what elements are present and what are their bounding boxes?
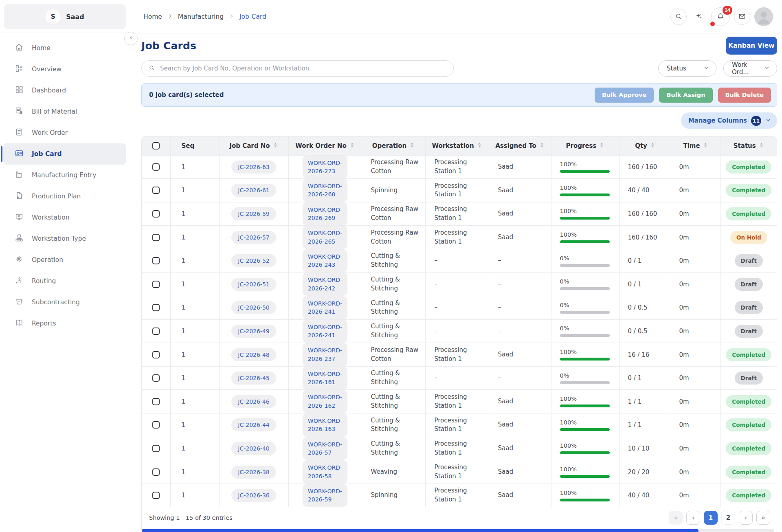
sidebar-item-manufacturing-entry[interactable]: Manufacturing Entry — [3, 165, 126, 186]
job-card-search-input[interactable] — [160, 65, 447, 72]
work-order-link[interactable]: WORK-ORD- 2026-57 — [303, 437, 347, 460]
column-header-qty[interactable]: Qty — [619, 136, 671, 155]
breadcrumb-job-card[interactable]: Job-Card — [239, 13, 266, 20]
job-card-link[interactable]: JC-2026-49 — [231, 325, 276, 338]
work-order-link[interactable]: WORK-ORD- 2026-237 — [303, 343, 347, 366]
row-checkbox[interactable] — [152, 421, 160, 429]
sidebar-item-operation[interactable]: Operation — [3, 249, 126, 270]
progress-cell: 100% — [551, 390, 619, 413]
job-card-link[interactable]: JC-2026-40 — [231, 442, 276, 455]
work-order-link[interactable]: WORK-ORD- 2026-269 — [303, 202, 347, 226]
work-order-link[interactable]: WORK-ORD- 2026-243 — [303, 249, 347, 273]
job-card-link[interactable]: JC-2026-38 — [231, 466, 276, 479]
sidebar-item-workstation[interactable]: Workstation — [3, 207, 126, 228]
scrollbar-thumb[interactable] — [142, 529, 699, 532]
work-order-link[interactable]: WORK-ORD- 2026-265 — [303, 226, 347, 249]
sidebar-item-bill-of-material[interactable]: Bill of Material — [3, 101, 126, 122]
row-checkbox[interactable] — [152, 328, 160, 335]
row-checkbox[interactable] — [152, 163, 160, 171]
row-checkbox[interactable] — [152, 187, 160, 194]
work-order-link[interactable]: WORK-ORD- 2026-268 — [303, 179, 347, 202]
search-button[interactable] — [670, 9, 687, 25]
sidebar-item-job-card[interactable]: Job Card — [3, 143, 126, 165]
job-card-link[interactable]: JC-2026-44 — [231, 418, 276, 431]
next-page-button[interactable]: › — [739, 511, 753, 525]
sidebar-item-work-order[interactable]: Work Order — [3, 122, 126, 143]
work-order-link[interactable]: WORK-ORD- 2026-162 — [303, 390, 347, 413]
column-header-progress[interactable]: Progress — [551, 136, 619, 155]
work-order-link[interactable]: WORK-ORD- 2026-241 — [303, 320, 347, 343]
kanban-view-button[interactable]: Kanban View — [726, 37, 777, 55]
job-card-link[interactable]: JC-2026-63 — [231, 160, 276, 174]
column-header-time[interactable]: Time — [671, 136, 720, 155]
column-header-seq[interactable]: Seq — [170, 136, 219, 155]
manage-columns-button[interactable]: Manage Columns 11 — [681, 112, 777, 129]
status-filter-dropdown[interactable]: Status — [658, 60, 716, 77]
row-checkbox[interactable] — [152, 445, 160, 452]
column-header-job-card-no[interactable]: Job Card No — [219, 136, 288, 155]
page-button-2[interactable]: 2 — [721, 511, 735, 525]
status-badge: Completed — [726, 489, 771, 502]
row-checkbox[interactable] — [152, 281, 160, 288]
row-checkbox[interactable] — [152, 304, 160, 311]
row-checkbox[interactable] — [152, 234, 160, 241]
first-page-button[interactable]: « — [669, 511, 683, 525]
entries-summary: Showing 1 - 15 of 30 entries — [149, 514, 233, 521]
work-order-link[interactable]: WORK-ORD- 2026-59 — [303, 484, 347, 507]
sidebar-item-routing[interactable]: Routing — [3, 270, 126, 292]
sidebar-collapse-button[interactable] — [124, 32, 138, 45]
work-order-link[interactable]: WORK-ORD- 2026-241 — [303, 296, 347, 319]
sidebar-user-card[interactable]: S Saad — [4, 4, 126, 29]
column-header-operation[interactable]: Operation — [362, 136, 425, 155]
job-card-link[interactable]: JC-2026-50 — [231, 301, 276, 314]
row-checkbox[interactable] — [152, 468, 160, 476]
sidebar-item-overview[interactable]: Overview — [3, 59, 126, 80]
seq-cell: 1 — [170, 179, 219, 202]
work-order-link[interactable]: WORK-ORD- 2026-273 — [303, 156, 347, 179]
profile-avatar[interactable] — [754, 7, 773, 26]
row-checkbox[interactable] — [152, 210, 160, 218]
sidebar-item-dashboard[interactable]: Dashboard — [3, 80, 126, 101]
previous-page-button[interactable]: ‹ — [686, 511, 700, 525]
sidebar-item-workstation-type[interactable]: Workstation Type — [3, 228, 126, 249]
work-order-link[interactable]: WORK-ORD- 2026-242 — [303, 273, 347, 296]
row-checkbox[interactable] — [152, 374, 160, 382]
bulk-assign-button[interactable]: Bulk Assign — [659, 88, 712, 103]
job-card-link[interactable]: JC-2026-45 — [231, 372, 276, 385]
work-order-link[interactable]: WORK-ORD- 2026-163 — [303, 413, 347, 437]
bulk-approve-button[interactable]: Bulk Approve — [595, 88, 654, 103]
work-order-link[interactable]: WORK-ORD- 2026-58 — [303, 460, 347, 484]
job-card-link[interactable]: JC-2026-61 — [231, 184, 276, 197]
work-order-filter-dropdown[interactable]: Work Ord... — [723, 60, 777, 77]
bulk-delete-button[interactable]: Bulk Delete — [718, 88, 771, 103]
last-page-button[interactable]: » — [756, 511, 770, 525]
breadcrumb-manufacturing[interactable]: Manufacturing — [178, 13, 224, 20]
page-button-1[interactable]: 1 — [704, 511, 718, 525]
work-order-link[interactable]: WORK-ORD- 2026-161 — [303, 367, 347, 390]
sidebar-item-home[interactable]: Home — [3, 37, 126, 59]
sidebar-item-production-plan[interactable]: Production Plan — [3, 186, 126, 207]
column-header-status[interactable]: Status — [720, 136, 777, 155]
job-card-link[interactable]: JC-2026-36 — [231, 489, 276, 502]
notifications-button[interactable]: 14 — [711, 7, 730, 26]
row-checkbox[interactable] — [152, 398, 160, 405]
column-header-work-order-no[interactable]: Work Order No — [288, 136, 362, 155]
row-checkbox[interactable] — [152, 257, 160, 264]
job-card-link[interactable]: JC-2026-57 — [231, 231, 276, 244]
row-checkbox[interactable] — [152, 351, 160, 358]
job-card-link[interactable]: JC-2026-52 — [231, 254, 276, 267]
messages-button[interactable] — [734, 9, 750, 25]
select-all-checkbox[interactable] — [152, 142, 160, 149]
column-header-workstation[interactable]: Workstation — [425, 136, 489, 155]
ai-assistant-button[interactable] — [691, 9, 707, 25]
assigned-to-cell: Saad — [489, 155, 551, 179]
job-card-link[interactable]: JC-2026-46 — [231, 395, 276, 408]
column-header-assigned-to[interactable]: Assigned To — [489, 136, 551, 155]
job-card-link[interactable]: JC-2026-59 — [231, 207, 276, 220]
job-card-link[interactable]: JC-2026-48 — [231, 348, 276, 361]
sidebar-item-subcontracting[interactable]: Subcontracting — [3, 292, 126, 313]
row-checkbox[interactable] — [152, 492, 160, 499]
breadcrumb-home[interactable]: Home — [143, 13, 162, 20]
sidebar-item-reports[interactable]: Reports — [3, 313, 126, 334]
job-card-link[interactable]: JC-2026-51 — [231, 278, 276, 291]
